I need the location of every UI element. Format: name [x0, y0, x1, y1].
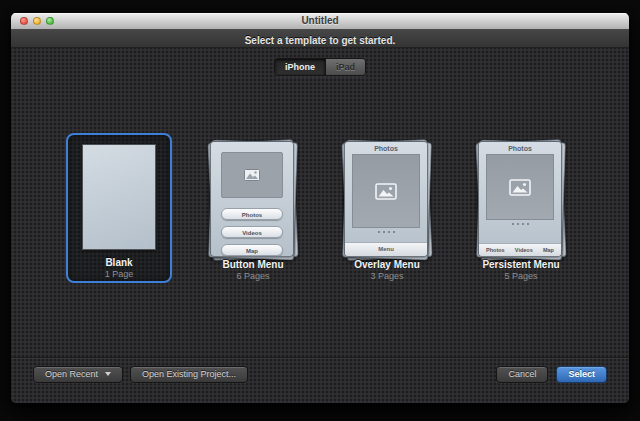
- window-controls: [20, 17, 54, 25]
- preview-tab-bar: Photos Videos Map: [479, 243, 561, 256]
- template-page-count: 1 Page: [68, 269, 170, 279]
- prompt-bar: Select a template to get started.: [11, 30, 629, 48]
- blank-page-preview: [82, 144, 156, 250]
- template-name: Blank: [68, 257, 170, 268]
- preview-tab-map: Map: [543, 244, 554, 256]
- device-toggle: iPhone iPad: [274, 58, 366, 76]
- template-name: Button Menu: [200, 259, 306, 270]
- template-page-count: 3 Pages: [334, 271, 440, 281]
- template-blank[interactable]: Blank 1 Page: [66, 133, 172, 283]
- template-page-count: 6 Pages: [200, 271, 306, 281]
- select-button[interactable]: Select: [556, 366, 607, 383]
- photo-icon: [375, 183, 397, 200]
- footer-bar: Open Recent Open Existing Project... Can…: [11, 357, 629, 403]
- desktop-background: Untitled Select a template to get starte…: [0, 0, 640, 421]
- page-indicator-dots: [512, 223, 529, 225]
- persistent-menu-card: Photos: [478, 141, 562, 257]
- image-placeholder: [486, 154, 554, 220]
- overlay-menu-card: Photos Menu: [344, 141, 428, 257]
- minimize-window-button[interactable]: [33, 17, 41, 25]
- footer-right-group: Cancel Select: [496, 366, 607, 383]
- photo-icon: [244, 169, 260, 181]
- select-label: Select: [568, 369, 595, 379]
- template-persistent-menu[interactable]: Photos: [468, 133, 574, 283]
- preview-page-title: Photos: [374, 145, 398, 152]
- persistent-menu-preview: Photos: [473, 137, 569, 263]
- footer-left-group: Open Recent Open Existing Project...: [33, 366, 248, 383]
- open-recent-label: Open Recent: [45, 369, 98, 379]
- overlay-menu-preview: Photos Menu: [339, 137, 435, 263]
- preview-menu-bar: Menu: [345, 242, 427, 256]
- preview-tab-photos: Photos: [486, 244, 505, 256]
- dropdown-arrow-icon: [105, 372, 111, 376]
- close-window-button[interactable]: [20, 17, 28, 25]
- template-list: Blank 1 Page: [11, 133, 629, 283]
- button-menu-preview: Photos Videos Map: [205, 137, 301, 263]
- button-menu-card: Photos Videos Map: [210, 141, 294, 257]
- zoom-window-button[interactable]: [46, 17, 54, 25]
- template-page-count: 5 Pages: [468, 271, 574, 281]
- photo-icon: [509, 179, 531, 196]
- open-recent-button[interactable]: Open Recent: [33, 366, 123, 383]
- preview-tab-videos: Videos: [515, 244, 533, 256]
- template-chooser: iPhone iPad Blank 1 Page: [11, 48, 629, 403]
- device-toggle-ipad[interactable]: iPad: [325, 59, 365, 75]
- template-name: Overlay Menu: [334, 259, 440, 270]
- preview-button-map: Map: [221, 244, 283, 256]
- app-window: Untitled Select a template to get starte…: [11, 13, 629, 403]
- template-button-menu[interactable]: Photos Videos Map Button Menu 6 Pages: [200, 133, 306, 283]
- prompt-text: Select a template to get started.: [245, 35, 396, 46]
- preview-button-photos: Photos: [221, 208, 283, 220]
- template-overlay-menu[interactable]: Photos Menu: [334, 133, 440, 283]
- preview-button-videos: Videos: [221, 226, 283, 238]
- window-title: Untitled: [11, 13, 629, 29]
- preview-page-title: Photos: [508, 145, 532, 152]
- cancel-label: Cancel: [508, 369, 536, 379]
- image-placeholder: [352, 154, 420, 228]
- page-indicator-dots: [378, 231, 395, 233]
- open-existing-project-button[interactable]: Open Existing Project...: [130, 366, 248, 383]
- image-placeholder: [221, 152, 283, 198]
- device-toggle-iphone[interactable]: iPhone: [275, 59, 325, 75]
- open-existing-label: Open Existing Project...: [142, 369, 236, 379]
- cancel-button[interactable]: Cancel: [496, 366, 548, 383]
- template-name: Persistent Menu: [468, 259, 574, 270]
- window-titlebar: Untitled: [11, 13, 629, 30]
